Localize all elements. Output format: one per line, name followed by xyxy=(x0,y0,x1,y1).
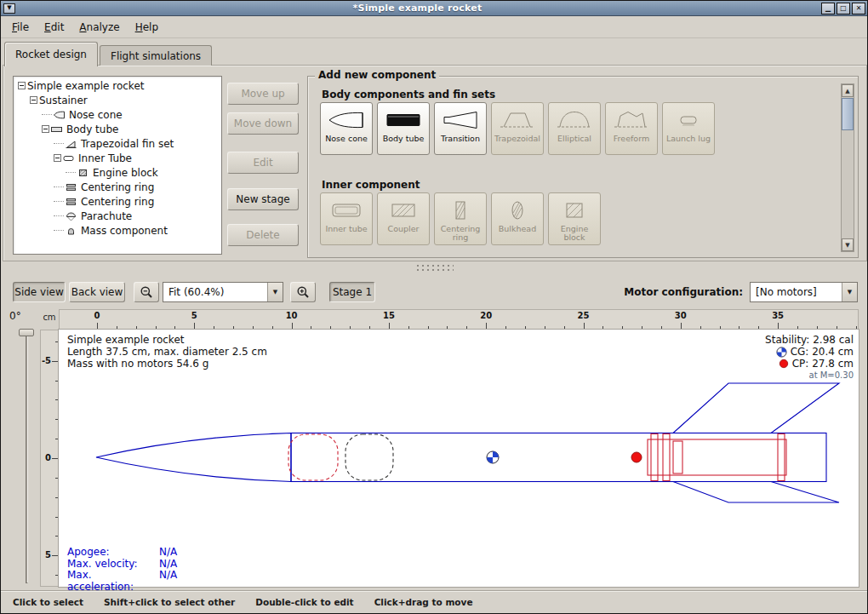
back-view-button[interactable]: Back view xyxy=(69,282,125,302)
coupler-lg-icon xyxy=(385,199,422,221)
ruler-number: 25 xyxy=(578,311,590,320)
add-component-group: Add new component Body components and fi… xyxy=(307,76,859,258)
new-stage-button[interactable]: New stage xyxy=(227,188,299,210)
tree-item-label: Centering ring xyxy=(79,181,156,193)
nose-cone-component-button[interactable]: Nose cone xyxy=(320,102,373,155)
bulkhead-lg-icon xyxy=(499,199,536,221)
ruler-tick xyxy=(52,458,59,459)
ruler-number: 30 xyxy=(675,311,687,320)
tree-connector xyxy=(54,230,64,231)
motor-configuration-select[interactable]: [No motors] ▼ xyxy=(750,282,858,302)
flight-data-value: N/A xyxy=(159,559,177,571)
tree-connector xyxy=(54,201,64,202)
bodytube-icon xyxy=(50,124,63,135)
tree-expander-icon[interactable] xyxy=(42,125,49,133)
tree-item-label: Mass component xyxy=(79,225,169,237)
flight-data-label: Apogee: xyxy=(67,547,159,559)
tree-item-trapezoidal-fin-set[interactable]: Trapezoidal fin set xyxy=(16,136,221,151)
ruler-tick xyxy=(778,323,779,330)
tree-expander-icon[interactable] xyxy=(18,82,26,89)
tree-item-label: Inner Tube xyxy=(77,152,134,164)
ruler-number: 20 xyxy=(480,311,492,320)
elliptical-lg-icon xyxy=(556,109,593,131)
zoom-in-button[interactable] xyxy=(290,282,316,302)
ruler-tick xyxy=(389,323,390,330)
status-hint: Shift+click to select other xyxy=(104,597,235,607)
title-bar[interactable]: ▼ *Simple example rocket ▁ □ ✕ xyxy=(1,1,867,16)
tab-flight-simulations[interactable]: Flight simulations xyxy=(100,45,212,66)
flight-data-row: Max. acceleration:N/A xyxy=(67,570,177,593)
tree-item-body-tube[interactable]: Body tube xyxy=(16,122,221,136)
rocket-info-line: Length 37.5 cm, max. diameter 2.5 cm xyxy=(67,346,267,358)
tree-item-parachute[interactable]: Parachute xyxy=(16,209,221,223)
tree-item-centering-ring[interactable]: Centering ring xyxy=(16,194,221,209)
cg-line: CG: 20.4 cm xyxy=(765,346,854,358)
tree-item-inner-tube[interactable]: Inner Tube xyxy=(16,151,221,165)
freeform-component-button: Freeform xyxy=(605,102,658,155)
tree-item-engine-block[interactable]: Engine block xyxy=(16,165,221,180)
flight-data-label: Max. acceleration: xyxy=(67,570,159,593)
scroll-up-icon[interactable]: ▲ xyxy=(842,84,854,97)
rocket-drawing-area[interactable]: Simple example rocketLength 37.5 cm, max… xyxy=(59,330,859,587)
cp-icon xyxy=(779,359,789,369)
vertical-ruler: -505 xyxy=(40,330,59,587)
chevron-down-icon[interactable]: ▼ xyxy=(842,283,857,301)
splitpane-grip[interactable] xyxy=(416,264,454,273)
centering-ring-second xyxy=(663,434,670,481)
tree-connector xyxy=(54,143,64,144)
zoom-select[interactable]: Fit (60.4%) ▼ xyxy=(163,282,283,302)
close-button[interactable]: ✕ xyxy=(852,3,865,14)
rocket-view-panel: 0° cm 05101520253035 -505 xyxy=(1,306,868,590)
component-scrollbar[interactable]: ▲ ▼ xyxy=(841,83,854,252)
ruler-number: 15 xyxy=(383,311,395,320)
tree-item-centering-ring[interactable]: Centering ring xyxy=(16,180,221,194)
tree-connector xyxy=(54,215,64,216)
ruler-number: 0 xyxy=(94,311,100,320)
tree-item-label: Simple example rocket xyxy=(26,80,146,92)
ruler-number: 35 xyxy=(772,311,784,320)
ruler-tick xyxy=(584,323,585,330)
scroll-down-icon[interactable]: ▼ xyxy=(842,238,854,251)
window-menu-icon[interactable]: ▼ xyxy=(3,3,15,14)
tree-item-sustainer[interactable]: Sustainer xyxy=(16,93,221,107)
engine-block-outline xyxy=(673,441,682,473)
zoom-out-icon xyxy=(140,285,153,299)
component-button-label: Transition xyxy=(441,135,480,143)
tab-rocket-design[interactable]: Rocket design xyxy=(4,42,98,66)
zoom-out-button[interactable] xyxy=(134,282,159,302)
side-view-button[interactable]: Side view xyxy=(13,282,66,302)
tree-item-label: Parachute xyxy=(79,210,134,222)
maximize-button[interactable]: □ xyxy=(837,3,850,14)
transition-component-button[interactable]: Transition xyxy=(434,102,487,155)
window-title: *Simple example rocket xyxy=(15,3,819,14)
rotation-slider[interactable] xyxy=(26,331,28,583)
chevron-down-icon[interactable]: ▼ xyxy=(267,283,283,301)
tree-expander-icon[interactable] xyxy=(54,154,61,162)
tree-item-mass-component[interactable]: Mass component xyxy=(16,223,221,238)
menu-analyze[interactable]: Analyze xyxy=(71,19,127,36)
ruler-tick xyxy=(52,361,59,362)
transition-lg-icon xyxy=(442,109,479,131)
bulkhead-component-button: Bulkhead xyxy=(491,192,544,245)
stage-1-toggle[interactable]: Stage 1 xyxy=(329,282,375,302)
delete-button: Delete xyxy=(227,224,299,246)
rotation-slider-handle[interactable] xyxy=(19,329,34,336)
tree-item-simple-example-rocket[interactable]: Simple example rocket xyxy=(16,78,221,93)
inner-tube-outline xyxy=(648,439,786,475)
ruler-number: 10 xyxy=(286,311,298,320)
nosecone-icon xyxy=(53,110,66,120)
scrollbar-thumb[interactable] xyxy=(842,98,854,130)
body-tube-component-button[interactable]: Body tube xyxy=(377,102,430,155)
component-button-row: Nose coneBody tubeTransitionTrapezoidalE… xyxy=(320,102,715,155)
component-tree[interactable]: Simple example rocketSustainerNose coneB… xyxy=(13,76,222,255)
menu-file[interactable]: File xyxy=(4,19,37,36)
tree-expander-icon[interactable] xyxy=(30,96,37,104)
tree-item-nose-cone[interactable]: Nose cone xyxy=(16,107,221,122)
rotation-angle-label: 0° xyxy=(9,310,21,322)
menu-help[interactable]: Help xyxy=(128,19,166,36)
ruler-unit-label: cm xyxy=(40,313,59,322)
ruler-number: 5 xyxy=(191,311,197,320)
cg-marker xyxy=(487,451,499,463)
menu-edit[interactable]: Edit xyxy=(37,19,71,36)
minimize-button[interactable]: ▁ xyxy=(821,3,835,14)
